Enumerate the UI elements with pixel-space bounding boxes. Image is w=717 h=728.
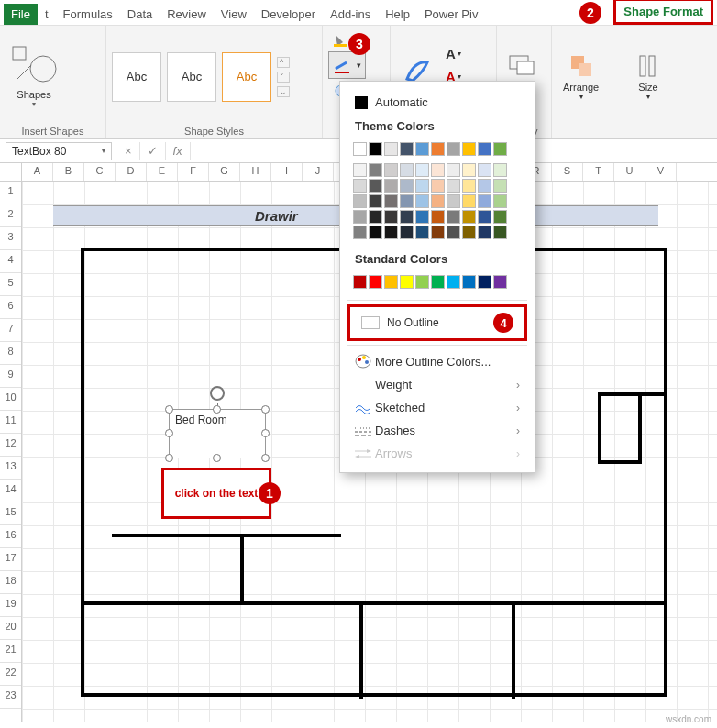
color-swatch[interactable] [369,194,382,208]
color-swatch[interactable] [384,226,398,239]
color-swatch[interactable] [415,142,429,156]
row-17[interactable]: 17 [0,548,21,571]
row-7[interactable]: 7 [0,319,21,342]
color-swatch[interactable] [493,226,507,239]
col-F[interactable]: F [178,163,209,181]
handle-tl[interactable] [165,405,173,414]
dd-no-outline[interactable]: No Outline 4 [347,304,527,341]
color-swatch[interactable] [384,142,398,156]
color-swatch[interactable] [369,210,382,224]
handle-bl[interactable] [165,454,173,462]
gallery-more[interactable]: ⌄ [277,86,290,97]
color-swatch[interactable] [400,194,414,208]
color-swatch[interactable] [369,142,382,156]
col-J[interactable]: J [303,163,334,181]
color-swatch[interactable] [353,210,367,224]
color-swatch[interactable] [493,210,507,224]
color-swatch[interactable] [415,163,429,177]
color-swatch[interactable] [431,210,445,224]
color-swatch[interactable] [369,226,382,239]
color-swatch[interactable] [384,210,398,224]
style-tile-3[interactable]: Abc [222,52,271,102]
color-swatch[interactable] [478,142,491,156]
tab-formulas[interactable]: Formulas [56,4,120,25]
row-9[interactable]: 9 [0,365,21,388]
text-fill-button[interactable]: A▾ [442,44,465,63]
row-12[interactable]: 12 [0,434,21,457]
color-swatch[interactable] [478,179,491,193]
arrange-button[interactable]: Arrange ▾ [557,49,604,105]
col-U[interactable]: U [614,163,645,181]
color-swatch[interactable] [478,210,491,224]
style-tile-2[interactable]: Abc [167,52,216,102]
handle-l[interactable] [165,429,173,437]
tab-view[interactable]: View [214,4,254,25]
style-tile-1[interactable]: Abc [112,52,161,102]
color-swatch[interactable] [493,179,507,193]
gallery-up[interactable]: ^ [277,57,290,68]
row-11[interactable]: 11 [0,411,21,434]
shape-styles-gallery[interactable]: Abc Abc Abc [112,52,271,102]
dd-sketched[interactable]: Sketched› [340,396,535,419]
color-swatch[interactable] [431,194,445,208]
fx-accept[interactable]: ✓ [140,142,166,160]
color-swatch[interactable] [447,194,460,208]
color-swatch[interactable] [431,142,445,156]
size-button[interactable]: Size ▾ [629,49,667,105]
color-swatch[interactable] [493,194,507,208]
shapes-gallery-button[interactable]: Shapes ▾ [6,41,62,112]
row-21[interactable]: 21 [0,640,21,663]
gallery-down[interactable]: ˅ [277,72,290,83]
row-6[interactable]: 6 [0,296,21,319]
fx-button[interactable]: fx [166,142,191,160]
tab-shape-format[interactable]: Shape Format [613,0,713,25]
row-19[interactable]: 19 [0,594,21,617]
row-13[interactable]: 13 [0,457,21,480]
color-swatch[interactable] [493,275,507,289]
row-23[interactable]: 23 [0,686,21,709]
col-A[interactable]: A [22,163,53,181]
color-swatch[interactable] [447,142,460,156]
color-swatch[interactable] [400,210,414,224]
color-swatch[interactable] [415,210,429,224]
color-swatch[interactable] [415,226,429,239]
color-swatch[interactable] [462,179,476,193]
color-swatch[interactable] [400,275,414,289]
color-swatch[interactable] [447,179,460,193]
color-swatch[interactable] [447,226,460,239]
handle-br[interactable] [261,454,270,462]
row-10[interactable]: 10 [0,388,21,411]
fx-cancel[interactable]: × [117,142,140,160]
color-swatch[interactable] [353,163,367,177]
shape-outline-button[interactable]: ▾ [328,51,366,79]
col-S[interactable]: S [552,163,583,181]
tab-file[interactable]: File [4,4,38,25]
color-swatch[interactable] [462,226,476,239]
handle-r[interactable] [261,429,270,437]
color-swatch[interactable] [462,275,476,289]
textbox-bed-room[interactable]: Bed Room [169,409,266,458]
col-V[interactable]: V [645,163,677,181]
color-swatch[interactable] [447,210,460,224]
tab-partial[interactable]: t [38,4,56,25]
color-swatch[interactable] [369,275,382,289]
color-swatch[interactable] [431,275,445,289]
row-16[interactable]: 16 [0,525,21,548]
handle-t[interactable] [213,405,221,414]
row-5[interactable]: 5 [0,273,21,296]
dd-more-colors[interactable]: More Outline Colors... [340,349,535,373]
row-22[interactable]: 22 [0,663,21,686]
row-2[interactable]: 2 [0,204,21,227]
color-swatch[interactable] [353,275,367,289]
tab-review[interactable]: Review [160,4,214,25]
col-B[interactable]: B [53,163,84,181]
row-1[interactable]: 1 [0,182,21,204]
col-E[interactable]: E [147,163,178,181]
row-3[interactable]: 3 [0,227,21,250]
color-swatch[interactable] [431,163,445,177]
color-swatch[interactable] [384,275,398,289]
color-swatch[interactable] [478,194,491,208]
dd-weight[interactable]: Weight› [340,373,535,396]
color-swatch[interactable] [353,194,367,208]
color-swatch[interactable] [369,163,382,177]
